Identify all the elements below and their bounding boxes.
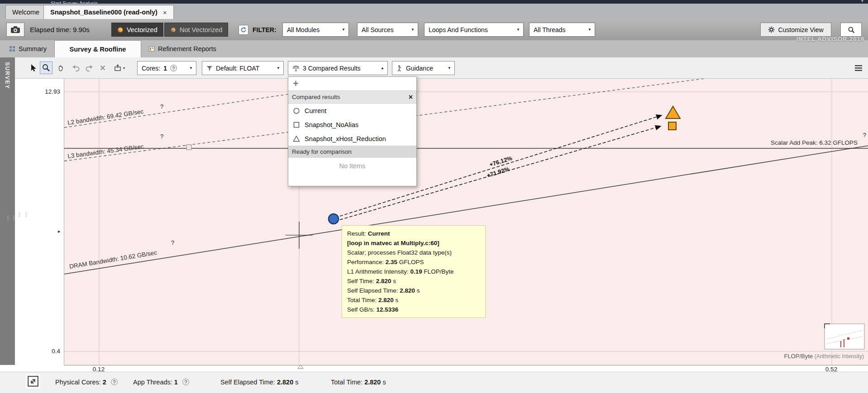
zoom-tool-button[interactable] — [40, 62, 52, 74]
caret-down-icon: ▼ — [189, 66, 193, 70]
tooltip-line: Self Time: 2.820 s — [347, 276, 480, 286]
tab-refinement-reports[interactable]: Refinement Reports — [143, 40, 222, 57]
vectorized-icon — [117, 27, 124, 33]
undo-button[interactable] — [70, 62, 82, 74]
cores-dropdown[interactable]: Cores: 1 ? ▼ — [137, 61, 196, 75]
guidance-icon — [396, 65, 403, 72]
point-snapshot-xhost-reduction[interactable] — [666, 106, 680, 118]
splitter-grip[interactable]: ⋮⋮ — [16, 213, 30, 217]
y-axis-pan-marker: ▸ — [58, 228, 61, 234]
survey-sidebar[interactable]: SURVEY ⋮⋮ — [0, 57, 15, 365]
tab-snapshot-baseline[interactable]: Snapshot_Baseline000 (read-only) × — [43, 5, 174, 19]
undo-icon — [72, 64, 80, 72]
help-badge[interactable]: ? — [182, 379, 189, 385]
search-button[interactable] — [840, 23, 862, 37]
caret-up-icon: ▲ — [381, 66, 384, 70]
refresh-icon — [240, 27, 247, 33]
caret-down-icon: ▼ — [516, 28, 520, 32]
compare-item-noalias[interactable]: Snapshot_NoAlias — [288, 118, 416, 132]
l3-line-label: L3 bandwidth: 45.34 GB/sec — [67, 143, 144, 160]
dram-help-mark[interactable]: ? — [171, 239, 174, 246]
close-icon[interactable]: × — [163, 9, 167, 16]
top-menu-strip: Start Survey Analysis ▼ — [0, 0, 868, 4]
sidebar-label: SURVEY — [4, 62, 10, 89]
main-toolbar: Elapsed time: 9.90s Vectorized Not Vecto… — [0, 19, 868, 41]
compare-scales-icon — [292, 65, 300, 71]
intel-advisor-window: Start Survey Analysis ▼ Welcome Snapshot… — [0, 0, 868, 393]
cancel-icon — [99, 64, 106, 71]
triangle-marker-icon — [293, 135, 300, 142]
cancel-zoom-button[interactable] — [96, 62, 109, 74]
expand-grid-button[interactable] — [26, 374, 40, 388]
caret-down-icon: ▼ — [123, 66, 126, 70]
compared-results-header: Compared results × — [288, 90, 416, 104]
ready-for-comparison-header: Ready for comparison — [288, 146, 416, 158]
dram-line-label: DRAM Bandwidth: 10.62 GB/sec — [69, 249, 157, 270]
filter-sources-dropdown[interactable]: All Sources ▼ — [357, 23, 418, 37]
pan-tool-button[interactable] — [54, 62, 67, 74]
tooltip-line: Self Elapsed Time: 2.820 s — [347, 286, 480, 295]
not-vectorized-toggle[interactable]: Not Vectorized — [164, 23, 228, 37]
refresh-button[interactable] — [238, 25, 248, 35]
compare-item-current[interactable]: Current — [288, 104, 416, 118]
compared-results-dropdown[interactable]: 3 Compared Results ▲ — [288, 61, 388, 75]
snapshot-camera-button[interactable] — [6, 23, 24, 37]
export-icon — [114, 64, 122, 72]
help-badge[interactable]: ? — [170, 65, 177, 71]
l2-help-mark[interactable]: ? — [160, 103, 163, 110]
caret-down-icon: ▼ — [588, 28, 591, 32]
circle-marker-icon — [293, 107, 300, 114]
hand-icon — [57, 64, 65, 72]
tab-summary[interactable]: Summary — [4, 40, 52, 57]
physical-cores-stat: Physical Cores: 2 ? — [55, 379, 118, 386]
filter-label: FILTER: — [253, 19, 277, 40]
roofline-plot-background[interactable]: L2 bandwidth: 69.42 GB/sec ? L3 bandwidt… — [64, 79, 868, 365]
axis-position-marker[interactable] — [297, 365, 304, 369]
redo-button[interactable] — [83, 62, 95, 74]
l3-help-mark[interactable]: ? — [160, 133, 163, 140]
close-icon[interactable]: × — [409, 93, 413, 101]
export-button[interactable]: ▼ — [111, 62, 128, 74]
delta-label-square: +71.92% — [486, 166, 510, 179]
search-icon — [848, 26, 855, 33]
caret-down-icon[interactable]: ▼ — [860, 0, 864, 3]
plus-icon: + — [293, 78, 299, 90]
document-tab-bar: Welcome Snapshot_Baseline000 (read-only)… — [0, 4, 868, 19]
tab-survey-roofline[interactable]: Survey & Roofline — [54, 40, 141, 57]
camera-icon — [10, 26, 20, 33]
chart-menu-button[interactable] — [852, 62, 865, 74]
guidance-dropdown[interactable]: Guidance ▼ — [392, 61, 455, 75]
caret-down-icon: ▼ — [448, 66, 451, 70]
customize-view-button[interactable]: Customize View — [760, 23, 831, 37]
elapsed-time-label: Elapsed time: 9.90s — [30, 19, 90, 40]
default-float-dropdown[interactable]: Default: FLOAT ▼ — [202, 61, 284, 75]
zoom-icon — [42, 64, 50, 72]
roofline-handle-marker[interactable] — [186, 145, 191, 150]
add-comparison-button[interactable]: + — [288, 77, 416, 90]
gear-icon — [768, 26, 775, 33]
status-bar: Physical Cores: 2 ? App Threads: 1 ? Sel… — [0, 372, 868, 393]
compare-item-xhost-reduction[interactable]: Snapshot_xHost_Reduction — [288, 132, 416, 146]
minimap[interactable] — [825, 324, 864, 349]
pointer-tool-button[interactable] — [27, 62, 39, 74]
vectorized-toggle[interactable]: Vectorized — [111, 23, 163, 37]
tooltip-line: Performance: 2.35 GFLOPS — [347, 257, 480, 267]
tooltip-line: Scalar; processes Float32 data type(s) — [347, 248, 480, 257]
tooltip-line: L1 Arithmetic Intensity: 0.19 FLOP/Byte — [347, 267, 480, 276]
scalar-help-mark[interactable]: ? — [863, 132, 866, 138]
brand-text: INTEL ADVISOR 2019 — [796, 36, 864, 43]
l2-line-label: L2 bandwidth: 69.42 GB/sec — [67, 108, 144, 126]
point-current[interactable] — [329, 214, 339, 224]
filter-threads-dropdown[interactable]: All Threads ▼ — [529, 23, 595, 37]
view-tab-bar: Summary Survey & Roofline Refinement Rep… — [0, 40, 868, 57]
point-snapshot-noalias[interactable] — [668, 122, 676, 130]
total-time-stat: Total Time: 2.820 s — [331, 379, 386, 386]
filter-loops-dropdown[interactable]: Loops And Functions ▼ — [424, 23, 524, 37]
roofline-toolbar: ▼ Cores: 1 ? ▼ Default: FLOAT ▼ 3 Compar… — [15, 57, 868, 79]
roofline-plot-svg[interactable]: L2 bandwidth: 69.42 GB/sec ? L3 bandwidt… — [64, 79, 868, 365]
help-badge[interactable]: ? — [111, 379, 118, 385]
y-tick-top: 12.93 — [15, 88, 60, 95]
y-tick-bottom: 0.4 — [15, 348, 60, 355]
tab-welcome[interactable]: Welcome — [5, 5, 46, 19]
filter-modules-dropdown[interactable]: All Modules ▼ — [282, 23, 349, 37]
